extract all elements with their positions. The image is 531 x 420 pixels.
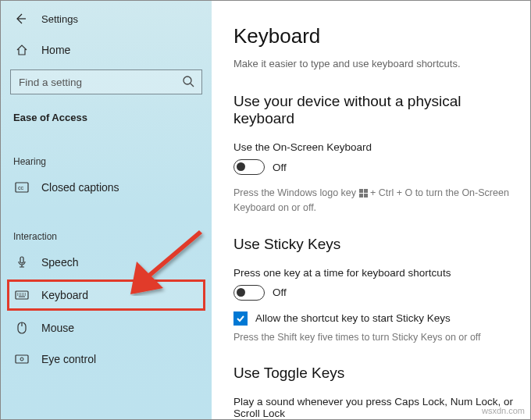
sticky-keys-shortcut-checkbox[interactable] [233,311,248,326]
sidebar-category-hearing: Hearing [1,145,212,172]
toggle-knob [237,288,245,297]
section-toggle-keys: Use Toggle Keys Play a sound whenever yo… [233,365,513,419]
microphone-icon [15,255,29,269]
search-input[interactable] [10,69,202,94]
svg-point-7 [20,358,23,361]
sidebar-item-label: Speech [41,256,78,269]
arrow-left-icon [14,12,27,25]
onscreen-keyboard-hint: Press the Windows logo key + Ctrl + O to… [233,186,513,215]
sidebar-item-closed-captions[interactable]: cc Closed captions [1,172,212,203]
sidebar-item-label: Keyboard [41,289,88,301]
toggle-label: Press one key at a time for keyboard sho… [233,267,513,279]
toggle-state: Off [273,287,287,298]
toggle-label: Play a sound whenever you press Caps Loc… [233,396,513,419]
settings-window: Settings Home Ease of Access Hearing cc … [0,0,531,420]
svg-rect-8 [359,189,363,193]
sidebar-category-interaction: Interaction [1,220,212,247]
toggle-row: Off [233,159,513,175]
sidebar-item-speech[interactable]: Speech [1,247,212,278]
svg-rect-3 [20,257,23,263]
section-title: Use Sticky Keys [233,236,513,253]
sidebar-home-label: Home [41,44,70,56]
app-title: Settings [41,13,78,25]
sticky-keys-hint: Press the Shift key five times to turn S… [233,330,513,345]
hint-text-a: Press the Windows logo key [233,187,359,198]
main-content[interactable]: Keyboard Make it easier to type and use … [212,1,530,419]
toggle-row: Off [233,285,513,301]
watermark: wsxdn.com [482,406,525,415]
sidebar-item-label: Eye control [41,353,96,365]
sidebar-header: Settings [1,7,212,37]
windows-logo-icon [359,189,368,198]
keyboard-icon [15,288,29,302]
sidebar-home[interactable]: Home [1,37,212,65]
sidebar-item-eye-control[interactable]: Eye control [1,343,212,375]
onscreen-keyboard-toggle[interactable] [233,159,265,175]
sidebar-item-keyboard[interactable]: Keyboard [7,279,205,311]
toggle-knob [237,162,245,171]
toggle-state: Off [273,162,287,173]
search-icon [182,75,194,87]
section-sticky-keys: Use Sticky Keys Press one key at a time … [233,236,513,345]
search-wrap [10,69,202,94]
page-title: Keyboard [233,24,513,48]
page-subtitle: Make it easier to type and use keyboard … [233,58,513,69]
sidebar-item-label: Mouse [41,322,74,334]
svg-point-0 [184,77,191,84]
sticky-keys-toggle[interactable] [233,285,265,301]
home-icon [15,43,29,57]
checkbox-row: Allow the shortcut key to start Sticky K… [233,311,513,326]
sidebar-group-ease: Ease of Access [1,105,212,128]
closed-captions-icon: cc [15,180,29,194]
section-title: Use your device without a physical keybo… [233,93,513,127]
section-title: Use Toggle Keys [233,365,513,382]
svg-text:cc: cc [18,185,24,190]
svg-rect-10 [359,194,363,198]
svg-rect-6 [16,355,28,363]
checkbox-label: Allow the shortcut key to start Sticky K… [255,312,451,324]
eye-control-icon [15,352,29,366]
sidebar-item-mouse[interactable]: Mouse [1,312,212,343]
back-button[interactable] [13,12,27,26]
section-onscreen-keyboard: Use your device without a physical keybo… [233,93,513,215]
mouse-icon [15,321,29,335]
toggle-label: Use the On-Screen Keyboard [233,141,513,153]
sidebar-item-label: Closed captions [41,181,119,194]
sidebar: Settings Home Ease of Access Hearing cc … [1,1,212,419]
checkmark-icon [236,314,245,323]
